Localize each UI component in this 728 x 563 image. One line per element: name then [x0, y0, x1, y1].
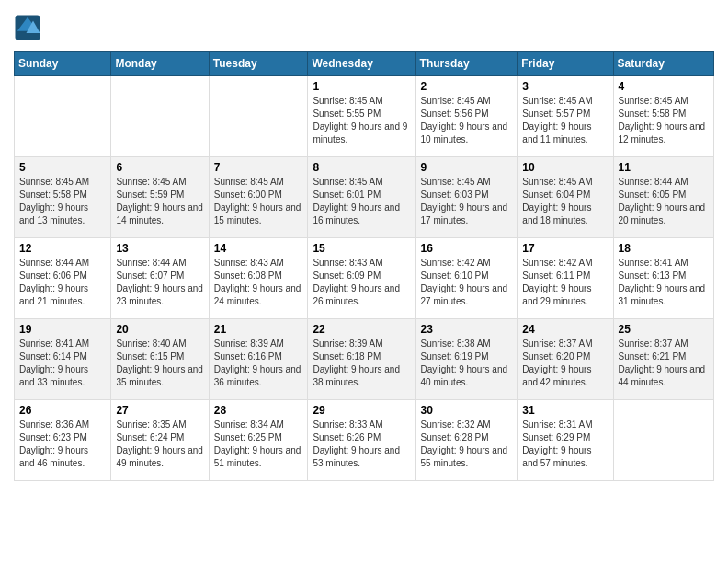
day-number: 11: [619, 161, 710, 174]
day-info: Sunrise: 8:40 AM Sunset: 6:15 PM Dayligh…: [116, 338, 203, 389]
day-number: 6: [116, 161, 203, 174]
day-info: Sunrise: 8:35 AM Sunset: 6:24 PM Dayligh…: [116, 419, 203, 470]
calendar-week-row: 19Sunrise: 8:41 AM Sunset: 6:14 PM Dayli…: [15, 319, 714, 400]
calendar-cell: [209, 76, 308, 157]
calendar-cell: 28Sunrise: 8:34 AM Sunset: 6:25 PM Dayli…: [209, 400, 308, 481]
day-info: Sunrise: 8:41 AM Sunset: 6:14 PM Dayligh…: [19, 338, 106, 389]
day-info: Sunrise: 8:36 AM Sunset: 6:23 PM Dayligh…: [19, 419, 106, 470]
day-info: Sunrise: 8:39 AM Sunset: 6:16 PM Dayligh…: [214, 338, 303, 389]
day-number: 28: [214, 404, 303, 417]
day-info: Sunrise: 8:45 AM Sunset: 5:55 PM Dayligh…: [313, 95, 410, 146]
calendar-cell: 3Sunrise: 8:45 AM Sunset: 5:57 PM Daylig…: [518, 76, 613, 157]
day-number: 1: [313, 80, 410, 93]
logo-icon: [14, 14, 41, 41]
day-info: Sunrise: 8:44 AM Sunset: 6:07 PM Dayligh…: [116, 257, 203, 308]
day-number: 24: [522, 323, 608, 336]
weekday-header-cell: Sunday: [15, 52, 111, 76]
calendar-cell: 21Sunrise: 8:39 AM Sunset: 6:16 PM Dayli…: [209, 319, 308, 400]
day-number: 14: [214, 242, 303, 255]
day-info: Sunrise: 8:32 AM Sunset: 6:28 PM Dayligh…: [421, 419, 513, 470]
calendar-cell: 30Sunrise: 8:32 AM Sunset: 6:28 PM Dayli…: [415, 400, 518, 481]
day-info: Sunrise: 8:44 AM Sunset: 6:05 PM Dayligh…: [619, 176, 710, 227]
day-info: Sunrise: 8:45 AM Sunset: 5:58 PM Dayligh…: [19, 176, 106, 227]
day-number: 2: [421, 80, 513, 93]
day-info: Sunrise: 8:33 AM Sunset: 6:26 PM Dayligh…: [313, 419, 410, 470]
calendar-cell: 17Sunrise: 8:42 AM Sunset: 6:11 PM Dayli…: [518, 238, 613, 319]
logo: [14, 14, 45, 41]
day-number: 21: [214, 323, 303, 336]
day-number: 30: [421, 404, 513, 417]
day-info: Sunrise: 8:45 AM Sunset: 6:00 PM Dayligh…: [214, 176, 303, 227]
calendar-cell: 26Sunrise: 8:36 AM Sunset: 6:23 PM Dayli…: [15, 400, 111, 481]
weekday-header-cell: Thursday: [415, 52, 518, 76]
calendar-cell: 10Sunrise: 8:45 AM Sunset: 6:04 PM Dayli…: [518, 157, 613, 238]
calendar-cell: 14Sunrise: 8:43 AM Sunset: 6:08 PM Dayli…: [209, 238, 308, 319]
day-number: 3: [522, 80, 608, 93]
day-number: 23: [421, 323, 513, 336]
day-number: 15: [313, 242, 410, 255]
calendar-cell: 20Sunrise: 8:40 AM Sunset: 6:15 PM Dayli…: [111, 319, 209, 400]
calendar-body: 1Sunrise: 8:45 AM Sunset: 5:55 PM Daylig…: [15, 76, 714, 481]
weekday-header-row: SundayMondayTuesdayWednesdayThursdayFrid…: [15, 52, 714, 76]
calendar-cell: 2Sunrise: 8:45 AM Sunset: 5:56 PM Daylig…: [415, 76, 518, 157]
day-number: 7: [214, 161, 303, 174]
calendar-week-row: 5Sunrise: 8:45 AM Sunset: 5:58 PM Daylig…: [15, 157, 714, 238]
calendar-cell: 23Sunrise: 8:38 AM Sunset: 6:19 PM Dayli…: [415, 319, 518, 400]
day-number: 29: [313, 404, 410, 417]
day-info: Sunrise: 8:43 AM Sunset: 6:08 PM Dayligh…: [214, 257, 303, 308]
day-info: Sunrise: 8:45 AM Sunset: 5:58 PM Dayligh…: [619, 95, 710, 146]
calendar-cell: 24Sunrise: 8:37 AM Sunset: 6:20 PM Dayli…: [518, 319, 613, 400]
day-number: 19: [19, 323, 106, 336]
calendar-week-row: 26Sunrise: 8:36 AM Sunset: 6:23 PM Dayli…: [15, 400, 714, 481]
day-info: Sunrise: 8:38 AM Sunset: 6:19 PM Dayligh…: [421, 338, 513, 389]
day-number: 16: [421, 242, 513, 255]
calendar-cell: [613, 400, 714, 481]
day-number: 26: [19, 404, 106, 417]
day-number: 22: [313, 323, 410, 336]
calendar-cell: 18Sunrise: 8:41 AM Sunset: 6:13 PM Dayli…: [613, 238, 714, 319]
calendar-cell: 25Sunrise: 8:37 AM Sunset: 6:21 PM Dayli…: [613, 319, 714, 400]
day-info: Sunrise: 8:45 AM Sunset: 5:56 PM Dayligh…: [421, 95, 513, 146]
calendar-cell: 9Sunrise: 8:45 AM Sunset: 6:03 PM Daylig…: [415, 157, 518, 238]
day-info: Sunrise: 8:41 AM Sunset: 6:13 PM Dayligh…: [619, 257, 710, 308]
day-number: 18: [619, 242, 710, 255]
day-number: 20: [116, 323, 203, 336]
calendar-cell: [111, 76, 209, 157]
day-info: Sunrise: 8:45 AM Sunset: 6:03 PM Dayligh…: [421, 176, 513, 227]
day-info: Sunrise: 8:45 AM Sunset: 6:01 PM Dayligh…: [313, 176, 410, 227]
weekday-header-cell: Tuesday: [209, 52, 308, 76]
weekday-header-cell: Wednesday: [308, 52, 415, 76]
day-info: Sunrise: 8:39 AM Sunset: 6:18 PM Dayligh…: [313, 338, 410, 389]
day-info: Sunrise: 8:37 AM Sunset: 6:20 PM Dayligh…: [522, 338, 608, 389]
calendar-week-row: 1Sunrise: 8:45 AM Sunset: 5:55 PM Daylig…: [15, 76, 714, 157]
calendar-cell: 27Sunrise: 8:35 AM Sunset: 6:24 PM Dayli…: [111, 400, 209, 481]
day-number: 4: [619, 80, 710, 93]
calendar-cell: 22Sunrise: 8:39 AM Sunset: 6:18 PM Dayli…: [308, 319, 415, 400]
day-number: 25: [619, 323, 710, 336]
day-number: 8: [313, 161, 410, 174]
weekday-header-cell: Saturday: [613, 52, 714, 76]
day-number: 5: [19, 161, 106, 174]
calendar-cell: 6Sunrise: 8:45 AM Sunset: 5:59 PM Daylig…: [111, 157, 209, 238]
day-info: Sunrise: 8:42 AM Sunset: 6:11 PM Dayligh…: [522, 257, 608, 308]
calendar-cell: [15, 76, 111, 157]
calendar-table: SundayMondayTuesdayWednesdayThursdayFrid…: [14, 51, 714, 481]
header: [14, 14, 714, 41]
calendar-cell: 16Sunrise: 8:42 AM Sunset: 6:10 PM Dayli…: [415, 238, 518, 319]
page-container: SundayMondayTuesdayWednesdayThursdayFrid…: [0, 0, 728, 490]
calendar-cell: 7Sunrise: 8:45 AM Sunset: 6:00 PM Daylig…: [209, 157, 308, 238]
day-info: Sunrise: 8:37 AM Sunset: 6:21 PM Dayligh…: [619, 338, 710, 389]
calendar-header: SundayMondayTuesdayWednesdayThursdayFrid…: [15, 52, 714, 76]
day-info: Sunrise: 8:45 AM Sunset: 5:57 PM Dayligh…: [522, 95, 608, 146]
day-info: Sunrise: 8:42 AM Sunset: 6:10 PM Dayligh…: [421, 257, 513, 308]
day-number: 10: [522, 161, 608, 174]
calendar-cell: 1Sunrise: 8:45 AM Sunset: 5:55 PM Daylig…: [308, 76, 415, 157]
calendar-cell: 12Sunrise: 8:44 AM Sunset: 6:06 PM Dayli…: [15, 238, 111, 319]
day-number: 12: [19, 242, 106, 255]
calendar-cell: 31Sunrise: 8:31 AM Sunset: 6:29 PM Dayli…: [518, 400, 613, 481]
day-number: 9: [421, 161, 513, 174]
day-info: Sunrise: 8:45 AM Sunset: 5:59 PM Dayligh…: [116, 176, 203, 227]
day-info: Sunrise: 8:31 AM Sunset: 6:29 PM Dayligh…: [522, 419, 608, 470]
calendar-cell: 5Sunrise: 8:45 AM Sunset: 5:58 PM Daylig…: [15, 157, 111, 238]
day-info: Sunrise: 8:44 AM Sunset: 6:06 PM Dayligh…: [19, 257, 106, 308]
